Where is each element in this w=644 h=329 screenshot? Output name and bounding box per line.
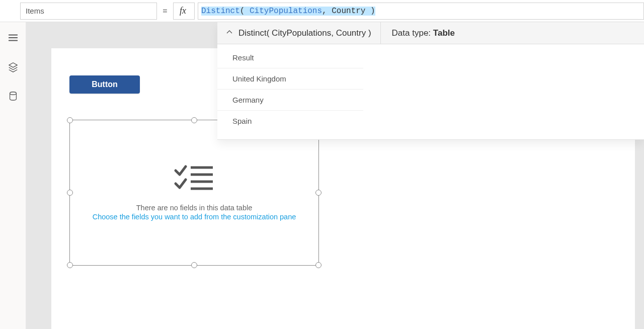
- result-signature[interactable]: Distinct( CityPopulations, Country ): [217, 22, 381, 44]
- datatable-empty-text1: There are no fields in this data table: [136, 204, 253, 212]
- property-dropdown[interactable]: Items: [20, 3, 157, 20]
- formula-input[interactable]: Distinct( CityPopulations, Country ): [198, 3, 644, 20]
- formula-func: Distinct: [201, 7, 240, 16]
- result-datatype: Data type: Table: [381, 28, 466, 38]
- signature-text: Distinct( CityPopulations, Country ): [238, 28, 371, 38]
- layers-icon[interactable]: [8, 61, 19, 72]
- result-row[interactable]: Spain: [217, 111, 363, 131]
- hamburger-icon[interactable]: [8, 32, 19, 43]
- svg-point-0: [10, 92, 16, 95]
- result-list: Result United Kingdom Germany Spain: [217, 44, 644, 139]
- data-icon[interactable]: [8, 91, 19, 102]
- formula-open: (: [240, 7, 250, 16]
- datatable-control[interactable]: There are no fields in this data table C…: [69, 120, 319, 266]
- left-rail: [0, 22, 26, 329]
- fx-button[interactable]: fx: [173, 3, 195, 20]
- property-label: Items: [26, 7, 44, 15]
- formula-result-panel: Distinct( CityPopulations, Country ) Dat…: [217, 22, 644, 140]
- datatype-label: Data type:: [392, 28, 433, 38]
- button-label: Button: [92, 80, 118, 89]
- formula-arg2: Country: [327, 7, 370, 16]
- formula-arg1: CityPopulations: [250, 7, 322, 16]
- equals-label: =: [157, 7, 173, 16]
- result-header: Distinct( CityPopulations, Country ) Dat…: [217, 22, 644, 44]
- formula-comma: ,: [322, 7, 327, 16]
- formula-bar: Items = fx Distinct( CityPopulations, Co…: [0, 0, 644, 22]
- chevron-up-icon: [226, 29, 232, 37]
- result-column-header[interactable]: Result: [217, 47, 363, 68]
- fx-icon: fx: [180, 6, 186, 16]
- datatable-empty-state: There are no fields in this data table C…: [70, 120, 318, 265]
- datatable-empty-link[interactable]: Choose the fields you want to add from t…: [93, 213, 296, 221]
- datatype-value: Table: [433, 28, 455, 38]
- formula-close: ): [370, 7, 375, 16]
- result-row[interactable]: Germany: [217, 90, 363, 111]
- button-control[interactable]: Button: [69, 75, 140, 94]
- result-row[interactable]: United Kingdom: [217, 68, 363, 90]
- checklist-icon: [174, 164, 215, 195]
